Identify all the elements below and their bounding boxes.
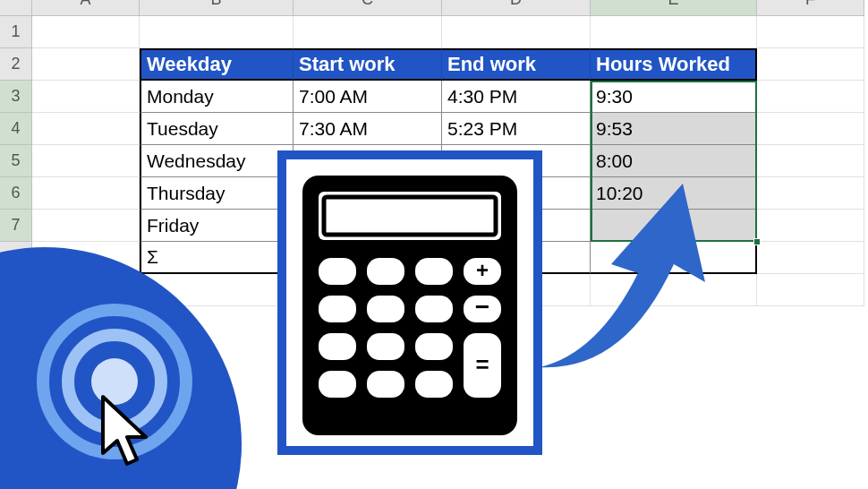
cell-A7[interactable] (32, 210, 140, 242)
header-hoursworked[interactable]: Hours Worked (591, 48, 757, 81)
row-header-1[interactable]: 1 (0, 16, 32, 48)
cell-start-mon[interactable]: 7:00 AM (294, 81, 442, 113)
cell-hours-wed[interactable]: 8:00 (591, 145, 757, 177)
header-startwork[interactable]: Start work (294, 48, 442, 81)
svg-rect-4 (367, 258, 404, 285)
cell-A1[interactable] (32, 16, 140, 48)
fill-handle[interactable] (753, 238, 761, 245)
col-header-F[interactable]: F (757, 0, 864, 16)
cell-hours-mon[interactable]: 9:30 (591, 81, 757, 113)
header-endwork[interactable]: End work (442, 48, 591, 81)
calculator-illustration: + − = (277, 150, 542, 455)
cell-end-tue[interactable]: 5:23 PM (442, 113, 591, 145)
cell-F5[interactable] (757, 145, 864, 177)
cell-F3[interactable] (757, 81, 864, 113)
cell-A3[interactable] (32, 81, 140, 113)
arrow-icon (526, 175, 723, 381)
cell-F1[interactable] (757, 16, 864, 48)
cell-F2[interactable] (757, 48, 864, 81)
row-header-3[interactable]: 3 (0, 81, 32, 113)
svg-rect-18 (319, 371, 356, 398)
cell-F8[interactable] (757, 242, 864, 274)
cell-weekday-thu[interactable]: Thursday (140, 177, 294, 210)
row-header-7[interactable]: 7 (0, 210, 32, 242)
svg-rect-2 (324, 197, 496, 235)
cell-hours-tue[interactable]: 9:53 (591, 113, 757, 145)
cell-F6[interactable] (757, 177, 864, 210)
svg-rect-3 (319, 258, 356, 285)
row-header-4[interactable]: 4 (0, 113, 32, 145)
cell-B1[interactable] (140, 16, 294, 48)
cell-weekday-sum[interactable]: Σ (140, 242, 294, 274)
svg-rect-15 (415, 333, 453, 360)
svg-rect-20 (415, 371, 453, 398)
cell-A2[interactable] (32, 48, 140, 81)
svg-rect-5 (415, 258, 453, 285)
cell-A5[interactable] (32, 145, 140, 177)
row-header-5[interactable]: 5 (0, 145, 32, 177)
svg-text:+: + (476, 258, 489, 282)
col-header-B[interactable]: B (140, 0, 294, 16)
cursor-icon (94, 392, 157, 473)
svg-rect-10 (415, 296, 453, 322)
cell-E1[interactable] (591, 16, 757, 48)
header-weekday[interactable]: Weekday (140, 48, 294, 81)
col-header-C[interactable]: C (294, 0, 442, 16)
svg-rect-8 (319, 296, 356, 322)
cell-A4[interactable] (32, 113, 140, 145)
cell-F4[interactable] (757, 113, 864, 145)
cell-weekday-fri[interactable]: Friday (140, 210, 294, 242)
col-header-E[interactable]: E (591, 0, 757, 16)
cell-end-mon[interactable]: 4:30 PM (442, 81, 591, 113)
svg-rect-19 (367, 371, 404, 398)
cell-F7[interactable] (757, 210, 864, 242)
cell-F9[interactable] (757, 274, 864, 306)
svg-text:=: = (475, 351, 489, 378)
cell-weekday-wed[interactable]: Wednesday (140, 145, 294, 177)
cell-D1[interactable] (442, 16, 591, 48)
row-header-6[interactable]: 6 (0, 177, 32, 210)
cell-A6[interactable] (32, 177, 140, 210)
cell-start-tue[interactable]: 7:30 AM (294, 113, 442, 145)
row-header-2[interactable]: 2 (0, 48, 32, 81)
cell-weekday-tue[interactable]: Tuesday (140, 113, 294, 145)
svg-text:−: − (475, 293, 489, 321)
col-header-D[interactable]: D (442, 0, 591, 16)
svg-rect-14 (367, 333, 404, 360)
svg-rect-9 (367, 296, 404, 322)
svg-rect-13 (319, 333, 356, 360)
calculator-icon: + − = (302, 176, 517, 435)
cell-C1[interactable] (294, 16, 442, 48)
col-header-A[interactable]: A (32, 0, 140, 16)
select-all-corner[interactable] (0, 0, 32, 16)
cell-weekday-mon[interactable]: Monday (140, 81, 294, 113)
